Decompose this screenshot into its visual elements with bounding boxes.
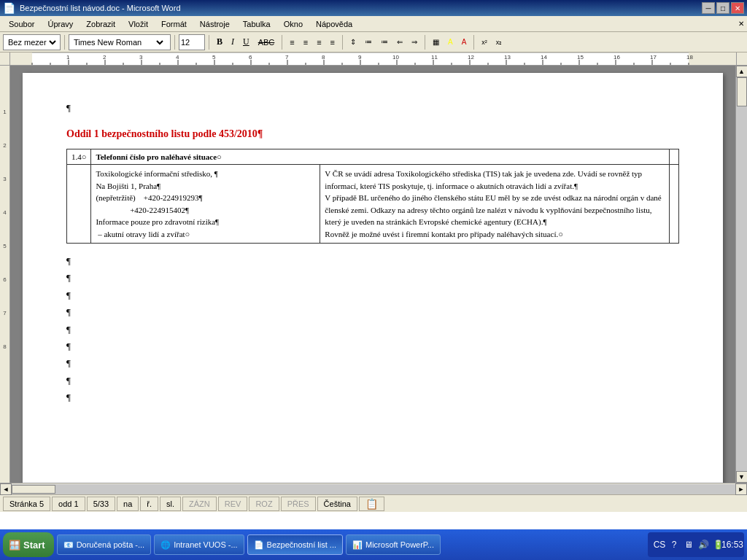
menu-format[interactable]: Formát	[155, 18, 193, 30]
ruler: ruler marks 1 2 3 4 5 6 7	[10, 52, 737, 65]
svg-text:3: 3	[139, 54, 143, 61]
maximize-button[interactable]: □	[716, 2, 729, 14]
horizontal-scrollbar-area: ◄ ►	[0, 483, 747, 494]
table-row-num: 1.4○	[67, 149, 91, 165]
scroll-thumb[interactable]	[737, 77, 747, 106]
menu-zobrazit[interactable]: Zobrazit	[80, 18, 121, 30]
para-mark-top: ¶	[66, 102, 71, 113]
ruler-right	[737, 52, 747, 65]
taskbar-item-mail[interactable]: 📧 Doručená pošta -...	[57, 534, 152, 555]
separator-1	[64, 35, 65, 50]
svg-text:2: 2	[103, 54, 107, 61]
table-empty-cell	[67, 165, 91, 244]
toolbar: Bez mezer Times New Roman B I U ABC ≡ ≡ …	[0, 32, 747, 52]
scroll-track[interactable]	[736, 77, 747, 471]
separator-2	[174, 35, 175, 50]
menu-vlozit[interactable]: Vložit	[123, 18, 154, 30]
table-header-right	[670, 149, 679, 165]
svg-text:16: 16	[614, 54, 620, 61]
font-color-button[interactable]: A	[458, 34, 471, 50]
taskbar-item-ppt[interactable]: 📊 Microsoft PowerP...	[346, 534, 441, 555]
status-roz: ROZ	[249, 497, 279, 511]
separator-5	[342, 35, 343, 50]
close-button[interactable]: ✕	[731, 2, 744, 14]
list-number-button[interactable]: ≔	[377, 34, 392, 50]
speaker-icon[interactable]: 🔊	[697, 539, 709, 551]
minimize-button[interactable]: ─	[702, 2, 715, 14]
svg-text:4: 4	[176, 54, 179, 61]
svg-text:17: 17	[650, 54, 657, 61]
close-doc-button[interactable]: ✕	[738, 20, 744, 28]
table-header-row: 1.4○ Telefonní číslo pro naléhavé situac…	[67, 149, 679, 165]
status-pages: 5/33	[87, 497, 115, 511]
mail-icon: 📧	[63, 540, 74, 550]
word-taskbar-icon: 📄	[254, 540, 264, 550]
indent-decrease-button[interactable]: ⇐	[393, 34, 406, 50]
svg-text:7: 7	[285, 54, 289, 61]
table-header-cell: Telefonní číslo pro naléhavé situace○	[91, 149, 670, 165]
hscroll-thumb[interactable]	[12, 485, 55, 494]
highlight-button[interactable]: A	[444, 34, 457, 50]
track-icon: 📋	[365, 498, 378, 510]
document-page: ¶ Oddíl 1 bezpečnostního listu podle 453…	[23, 73, 723, 483]
vertical-scrollbar[interactable]: ▲ ▼	[735, 66, 747, 483]
menu-tabulka[interactable]: Tabulka	[237, 18, 276, 30]
doc-area[interactable]: ¶ Oddíl 1 bezpečnostního listu podle 453…	[10, 66, 735, 483]
align-center-button[interactable]: ≡	[300, 34, 311, 50]
line-spacing-button[interactable]: ⇕	[347, 34, 360, 50]
list-bullet-button[interactable]: ≔	[361, 34, 376, 50]
subscript-button[interactable]: x₂	[492, 34, 506, 50]
menu-soubor[interactable]: Soubor	[3, 18, 40, 30]
superscript-button[interactable]: x²	[478, 34, 491, 50]
separator-3	[209, 35, 209, 50]
menu-napoveda[interactable]: Nápověda	[310, 18, 358, 30]
word-icon: 📄	[3, 2, 15, 14]
taskbar: 🪟 Start 📧 Doručená pošta -... 🌐 Intranet…	[0, 529, 747, 560]
svg-text:18: 18	[686, 54, 693, 61]
scroll-up-button[interactable]: ▲	[736, 66, 748, 77]
svg-text:15: 15	[577, 54, 584, 61]
title-area: 📄 Bezpečnostní list návod.doc - Microsof…	[3, 2, 181, 14]
svg-text:8: 8	[322, 54, 325, 61]
italic-button[interactable]: I	[228, 34, 238, 50]
ppt-icon: 📊	[352, 540, 363, 550]
svg-text:5: 5	[212, 54, 216, 61]
left-margin: 1 2 3 4 5 6 7 8	[0, 66, 10, 483]
font-dropdown[interactable]: Times New Roman	[69, 34, 171, 50]
bold-button[interactable]: B	[213, 34, 226, 50]
border-button[interactable]: ▦	[429, 34, 443, 50]
menu-upravy[interactable]: Úpravy	[42, 18, 79, 30]
status-lang: Čeština	[317, 497, 357, 511]
style-select[interactable]: Bez mezer	[5, 37, 58, 47]
table-content-row: Toxikologické informační středisko, ¶ Na…	[67, 165, 679, 244]
titlebar: 📄 Bezpečnostní list návod.doc - Microsof…	[0, 0, 747, 16]
svg-text:11: 11	[431, 54, 438, 61]
underline-button[interactable]: U	[239, 34, 253, 50]
align-left-button[interactable]: ≡	[286, 34, 298, 50]
font-select[interactable]: Times New Roman	[71, 37, 166, 47]
taskbar-item-word[interactable]: 📄 Bezpečnostní list ...	[247, 534, 343, 555]
statusbar: Stránka 5 odd 1 5/33 na ř. sl. ZÁZN REV …	[0, 494, 747, 512]
menu-nastroje[interactable]: Nástroje	[194, 18, 236, 30]
hscroll-track[interactable]	[12, 484, 735, 494]
start-button[interactable]: 🪟 Start	[3, 532, 54, 557]
taskbar-item-ie[interactable]: 🌐 Intranet VUOS -...	[154, 534, 244, 555]
abc-button[interactable]: ABC	[255, 34, 279, 50]
section-title: Oddíl 1 bezpečnostního listu podle 453/2…	[66, 128, 679, 140]
font-size-box[interactable]	[179, 34, 205, 50]
font-size-input[interactable]	[181, 38, 201, 47]
align-justify-button[interactable]: ≡	[327, 34, 338, 50]
align-right-button[interactable]: ≡	[313, 34, 325, 50]
scroll-right-button[interactable]: ►	[735, 483, 747, 495]
indent-increase-button[interactable]: ⇒	[408, 34, 421, 50]
style-dropdown[interactable]: Bez mezer	[3, 34, 61, 50]
help-icon[interactable]: ?	[668, 539, 680, 551]
table-right-cell	[670, 165, 679, 244]
network-icon[interactable]: 🖥	[683, 539, 694, 551]
start-icon: 🪟	[9, 540, 20, 551]
menu-okno[interactable]: Okno	[278, 18, 309, 30]
scroll-down-button[interactable]: ▼	[736, 471, 748, 483]
cs-indicator[interactable]: CS	[654, 539, 665, 551]
document-table: 1.4○ Telefonní číslo pro naléhavé situac…	[66, 149, 679, 244]
scroll-left-button[interactable]: ◄	[0, 483, 12, 495]
